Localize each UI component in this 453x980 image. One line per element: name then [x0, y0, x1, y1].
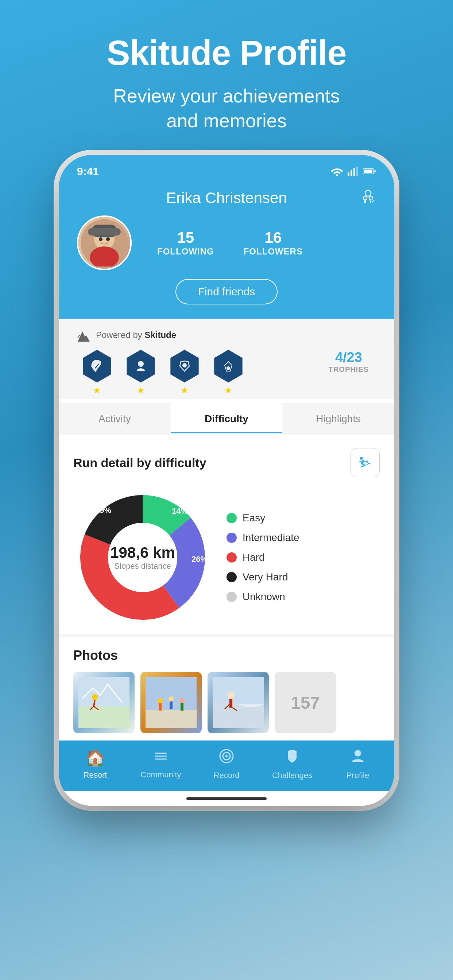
badge-star-3: ★	[180, 385, 188, 396]
svg-point-0	[336, 174, 338, 176]
badge-hex-4	[212, 350, 245, 382]
svg-rect-6	[364, 170, 372, 173]
svg-point-27	[182, 363, 187, 368]
photos-row: 157	[73, 672, 380, 733]
inter-percent-label: 26%	[191, 555, 207, 564]
profile-icon	[350, 748, 366, 768]
wifi-icon	[331, 167, 343, 176]
chart-body: 14% 26% 41% 19% 198,6 km Slopes distance…	[73, 488, 380, 627]
svg-point-10	[364, 201, 366, 203]
nav-resort-label: Resort	[83, 770, 107, 780]
svg-rect-3	[353, 168, 355, 176]
hero-section: Skitude Profile Review your achievements…	[77, 0, 375, 155]
nav-community[interactable]: Community	[128, 749, 194, 780]
very-hard-label: Very Hard	[242, 571, 288, 583]
svg-point-19	[99, 237, 102, 241]
nav-resort[interactable]: 🏠 Resort	[62, 748, 128, 780]
donut-center-label: 198,6 km Slopes distance	[110, 544, 175, 571]
svg-point-46	[179, 698, 185, 703]
ski-filter-button[interactable]: ⛷	[351, 448, 380, 477]
donut-sub-label: Slopes distance	[114, 562, 171, 571]
svg-point-26	[138, 361, 144, 367]
svg-point-44	[169, 696, 174, 702]
tab-difficulty[interactable]: Difficulty	[171, 403, 283, 433]
powered-row: Powered by Skitude	[73, 328, 380, 342]
legend-very-hard: Very Hard	[226, 571, 380, 583]
trophies-badges: ★ ★	[81, 350, 245, 396]
badge-star-2: ★	[137, 385, 145, 396]
svg-rect-51	[230, 699, 232, 708]
badge-hex-3	[168, 350, 201, 382]
profile-name: Erika Christensen	[166, 189, 287, 207]
nav-challenges[interactable]: Challenges	[259, 748, 325, 780]
hero-title: Skitude Profile	[107, 33, 346, 73]
tab-highlights[interactable]: Highlights	[282, 403, 394, 433]
followers-label: FOLLOWERS	[244, 247, 303, 256]
trophies-label: TROPHIES	[329, 365, 369, 374]
following-count: 15	[157, 229, 214, 247]
unknown-dot	[226, 592, 237, 602]
photo-count: 157	[291, 693, 320, 713]
battery-icon	[363, 168, 376, 175]
chart-legend: Easy Intermediate Hard Very Hard Unknown	[226, 512, 380, 603]
svg-rect-35	[78, 706, 129, 728]
svg-rect-2	[351, 170, 353, 176]
tabs-row: Activity Difficulty Highlights	[59, 403, 394, 433]
nav-profile-label: Profile	[346, 771, 369, 780]
powered-section: Powered by Skitude ★	[59, 319, 394, 399]
follow-stats: 15 FOLLOWING 16 FOLLOWERS	[143, 229, 376, 257]
trophy-badge-2: ★	[124, 350, 157, 396]
svg-point-60	[354, 750, 361, 757]
easy-dot	[226, 513, 237, 523]
home-indicator	[187, 797, 266, 800]
home-bar	[59, 791, 394, 806]
hard-dot	[226, 552, 237, 563]
trophy-badge-4: ★	[212, 350, 245, 396]
svg-point-8	[365, 190, 371, 196]
donut-km: 198,6 km	[110, 544, 175, 562]
bottom-nav: 🏠 Resort Community Record	[59, 740, 394, 791]
svg-rect-41	[145, 710, 196, 728]
photo-thumb-3[interactable]	[207, 672, 269, 733]
vhard-percent-label: 19%	[95, 506, 111, 515]
legend-hard: Hard	[226, 552, 380, 563]
svg-point-20	[106, 237, 110, 241]
badge-star-1: ★	[93, 385, 101, 396]
settings-icon[interactable]	[360, 188, 376, 208]
photo-thumb-1[interactable]	[73, 672, 135, 733]
tab-activity[interactable]: Activity	[59, 403, 171, 433]
svg-point-9	[363, 196, 367, 200]
photo-thumb-2[interactable]	[140, 672, 202, 733]
resort-icon: 🏠	[85, 748, 105, 767]
svg-point-28	[226, 366, 230, 370]
svg-line-23	[78, 335, 80, 338]
nav-profile[interactable]: Profile	[325, 748, 391, 780]
following-label: FOLLOWING	[157, 247, 214, 256]
photos-title: Photos	[73, 648, 380, 663]
trophies-count: 4/23 TROPHIES	[329, 350, 369, 374]
record-icon	[219, 748, 234, 768]
challenges-icon	[284, 748, 300, 768]
badge-hex-2	[124, 350, 157, 382]
svg-rect-1	[348, 172, 349, 176]
status-bar: 9:41	[59, 155, 394, 182]
powered-text: Powered by Skitude	[96, 330, 176, 340]
hard-label: Hard	[242, 552, 265, 563]
photo-count-box[interactable]: 157	[274, 672, 336, 733]
community-icon	[153, 749, 168, 767]
hero-subtitle: Review your achievementsand memories	[107, 84, 346, 133]
following-stat: 15 FOLLOWING	[143, 229, 229, 257]
trophies-row: ★ ★	[73, 350, 380, 396]
trophies-number: 4/23	[329, 350, 369, 365]
followers-stat: 16 FOLLOWERS	[229, 229, 317, 257]
legend-unknown: Unknown	[226, 591, 380, 603]
badge-star-4: ★	[224, 385, 232, 396]
intermediate-dot	[226, 533, 237, 543]
chart-content: Run detail by difficulty ⛷	[59, 433, 394, 634]
donut-chart: 14% 26% 41% 19% 198,6 km Slopes distance	[73, 488, 212, 627]
signal-icon	[348, 167, 359, 176]
easy-percent-label: 14%	[172, 506, 188, 516]
nav-record[interactable]: Record	[194, 748, 259, 780]
find-friends-button[interactable]: Find friends	[175, 279, 278, 304]
legend-easy: Easy	[226, 512, 380, 524]
